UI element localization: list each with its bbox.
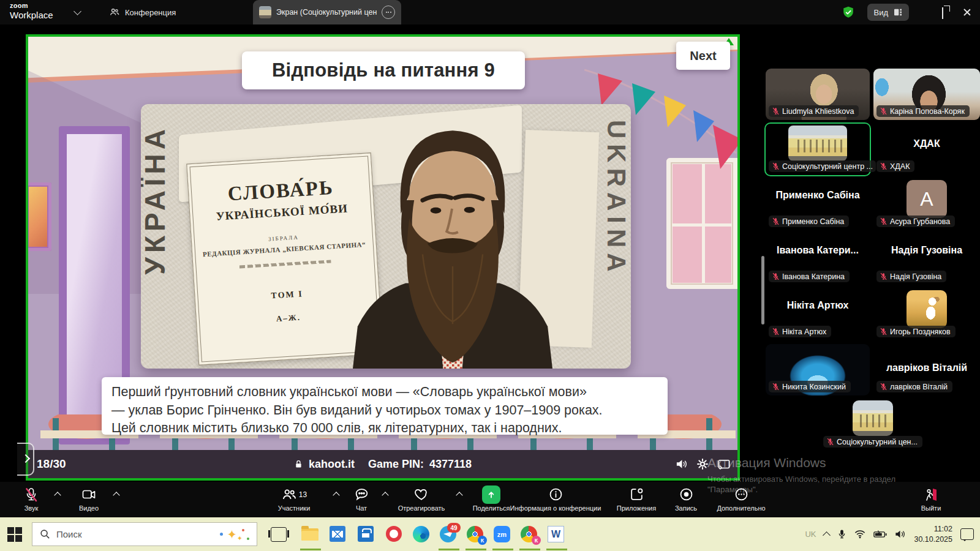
participant-name: Соціокультурний центр ... <box>782 162 873 171</box>
answer-line-3: Цей словник містить близько 70 000 слів,… <box>111 419 658 438</box>
info-icon <box>548 487 564 502</box>
leave-icon <box>923 487 939 503</box>
taskbar-search[interactable]: Поиск ✦ <box>32 522 257 546</box>
tray-expand-caret[interactable] <box>823 531 831 539</box>
participant-name: Соціокультурний цен... <box>837 438 918 446</box>
participant-tile[interactable]: Соціокультурний цен... <box>821 399 925 451</box>
panel-scrollbar[interactable] <box>761 256 764 324</box>
react-caret[interactable] <box>456 492 462 498</box>
next-button[interactable]: Next <box>676 42 730 70</box>
mail-icon[interactable] <box>330 526 348 543</box>
view-button[interactable]: Вид <box>867 4 909 21</box>
participant-tile[interactable]: Никита Козинский <box>766 344 870 395</box>
heart-icon <box>413 487 429 502</box>
leave-button[interactable]: Выйти <box>907 486 956 512</box>
chat-button[interactable]: Чат <box>346 486 377 512</box>
participant-tile[interactable]: Надія Гузовіна Надія Гузовіна <box>873 234 980 285</box>
close-button[interactable] <box>963 8 971 17</box>
chat-caret[interactable] <box>382 492 388 498</box>
participant-tile[interactable]: лавріков Віталій лавріков Віталій <box>873 344 980 395</box>
file-explorer-icon[interactable] <box>301 526 320 543</box>
wall-picture <box>26 182 51 251</box>
store-icon[interactable] <box>358 526 376 543</box>
audio-button[interactable]: Звук <box>11 486 51 512</box>
opera-icon[interactable] <box>386 526 404 543</box>
participant-tile[interactable]: A Асура Гурбанова <box>873 179 980 230</box>
language-indicator[interactable]: UK <box>805 530 816 539</box>
audio-options-caret[interactable] <box>54 492 61 498</box>
mic-muted-icon <box>880 383 888 391</box>
hrinchenko-portrait <box>322 104 583 369</box>
kahoot-site: kahoot.it <box>309 458 355 471</box>
react-button[interactable]: Отреагировать <box>392 486 451 512</box>
participant-display-name: лавріков Віталій <box>873 362 980 373</box>
answer-line-1: Перший ґрунтовний словник української мо… <box>111 383 658 402</box>
participant-tile[interactable]: Нікіта Артюх Нікіта Артюх <box>766 289 870 340</box>
screen: { "window": { "brand_top": "zoom", "bran… <box>0 0 980 551</box>
lock-icon <box>294 459 303 469</box>
tab-screen-share[interactable]: Экран (Соціокультурний центр З <box>253 0 401 24</box>
participant-tile[interactable]: Каріна Попова-Коряк <box>873 69 980 120</box>
apps-label: Приложения <box>609 504 663 512</box>
chrome-icon-2[interactable]: К <box>521 526 539 543</box>
task-view-button[interactable] <box>271 527 287 542</box>
participant-tile[interactable]: Применко Сабіна Применко Сабіна <box>766 179 870 230</box>
record-button[interactable]: Запись <box>666 486 706 512</box>
participant-tile[interactable]: Liudmyla Khliestkova <box>766 69 870 120</box>
edge-icon[interactable] <box>413 526 431 543</box>
brand-workplace: Workplace <box>10 10 53 20</box>
word-letter: W <box>548 526 564 542</box>
participant-name: лавріков Віталій <box>890 383 948 391</box>
zoom-app-icon[interactable]: zm <box>494 526 512 543</box>
settings-gear-icon[interactable] <box>697 459 708 470</box>
video-button[interactable]: Видео <box>69 486 109 512</box>
start-button[interactable] <box>7 527 22 542</box>
participant-display-name: Іванова Катери... <box>766 245 870 256</box>
video-options-caret[interactable] <box>113 492 119 498</box>
volume-icon[interactable] <box>676 459 687 470</box>
hrinchenko-stamp-image: УКРАЇНА UKRAINA СЛОВА́РЬ УКРАЇНСЬКОЇ МО́… <box>141 104 631 369</box>
kahoot-drawer-handle[interactable] <box>17 443 34 476</box>
participants-icon <box>281 487 297 503</box>
restore-button[interactable] <box>942 8 951 17</box>
tray-date: 30.10.2025 <box>914 534 952 545</box>
meeting-info-label: Информация о конференции <box>503 504 608 512</box>
tab-more-icon[interactable] <box>382 6 395 19</box>
system-tray: UK 11:02 30.10.2025 <box>805 517 974 551</box>
notification-center-icon[interactable] <box>960 528 974 540</box>
chrome-icon[interactable]: К <box>467 526 485 543</box>
apps-button[interactable]: Приложения <box>609 486 663 512</box>
tab-conference[interactable]: Конференция <box>103 0 182 24</box>
participant-tile[interactable]: Іванова Катери... Іванова Катерина <box>766 234 870 285</box>
tray-clock[interactable]: 11:02 30.10.2025 <box>914 524 952 545</box>
watermark-line-2: Чтобы активировать Windows, перейдите в … <box>707 474 895 485</box>
wifi-icon[interactable] <box>854 530 865 539</box>
participant-avatar <box>907 290 947 328</box>
tray-mic-icon[interactable] <box>837 529 846 539</box>
workspace-chevron-icon[interactable] <box>74 7 81 15</box>
speaker-icon[interactable] <box>895 530 906 539</box>
battery-icon[interactable] <box>873 530 887 539</box>
zoom-app-label: zm <box>494 526 510 542</box>
kahoot-footer-bar: 18/30 kahoot.it Game PIN: 4377118 <box>28 450 737 478</box>
participants-button[interactable]: 13 Участники <box>262 486 326 512</box>
mic-muted-icon <box>772 383 780 391</box>
word-icon[interactable]: W <box>548 526 566 543</box>
answer-line-2: — уклав Борис Грінченко. Він був виданий… <box>111 402 658 420</box>
meeting-info-button[interactable]: Информация о конференции <box>503 486 608 512</box>
telegram-icon[interactable]: 49 <box>440 526 458 543</box>
participant-tile[interactable]: Игорь Поздняков <box>873 289 980 340</box>
running-indicator <box>546 549 567 550</box>
minimize-button[interactable] <box>921 8 930 17</box>
participant-name: Надія Гузовіна <box>890 272 941 281</box>
book-faint-line <box>239 260 331 268</box>
participant-tile-active-speaker[interactable]: Соціокультурний центр ... <box>766 124 870 175</box>
participants-caret[interactable] <box>333 492 339 498</box>
participant-avatar <box>853 400 893 436</box>
participant-name: Нікіта Артюх <box>782 328 826 336</box>
leave-label: Выйти <box>907 504 956 512</box>
participant-tile[interactable]: ХДАК ХДАК <box>873 124 980 175</box>
record-label: Запись <box>666 504 706 512</box>
participant-name: Игорь Поздняков <box>890 328 951 336</box>
security-shield-icon[interactable] <box>842 6 855 19</box>
